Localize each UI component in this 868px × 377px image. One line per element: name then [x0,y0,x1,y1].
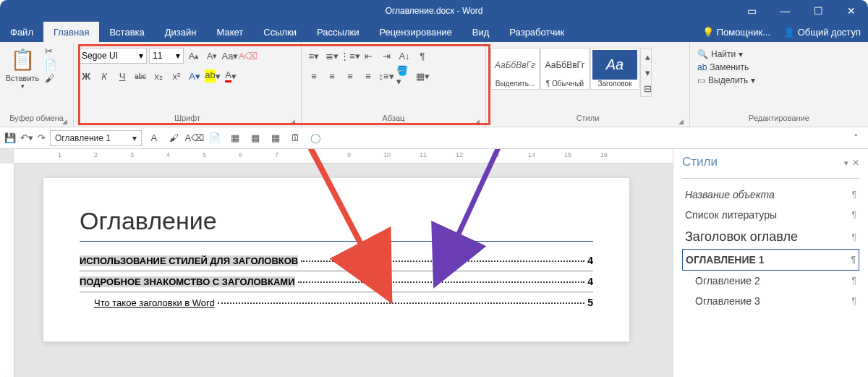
paste-button[interactable]: 📋 Вставить ▾ [4,45,41,90]
bold-button[interactable]: Ж [78,68,94,84]
shading-button[interactable]: 🪣▾ [396,68,412,84]
document-page[interactable]: Оглавление ИСПОЛЬЗОВАНИЕ СТИЛЕЙ ДЛЯ ЗАГО… [43,178,629,342]
format-painter-button[interactable]: 🖌 [42,72,59,85]
tab-review[interactable]: Рецензирование [369,22,461,42]
styles-down-icon[interactable]: ▾ [641,64,654,80]
page-title: Оглавление [80,207,593,242]
style-combo[interactable]: Оглавление 1▾ [50,130,142,146]
clipboard-launcher[interactable]: ◢ [62,118,67,125]
qat-btn[interactable]: ▦ [227,130,243,146]
cut-button[interactable]: ✂ [42,45,59,57]
workspace: 12345678910111213141516 Оглавление ИСПОЛ… [0,149,868,377]
sort-button[interactable]: A↓ [396,48,412,64]
highlight-button[interactable]: ab▾ [205,68,221,84]
collapse-ribbon-icon[interactable]: ˄ [848,130,864,146]
copy-button[interactable]: 📄 [42,59,59,71]
font-name-combo[interactable]: Segoe UI▾ [78,48,147,64]
tab-references[interactable]: Ссылки [253,22,307,42]
clear-format-button[interactable]: A⌫ [240,48,256,64]
change-case-button[interactable]: Aa▾ [222,48,238,64]
grow-font-button[interactable]: A▴ [186,48,202,64]
styles-launcher[interactable]: ◢ [678,118,684,125]
line-spacing-button[interactable]: ↕≡▾ [378,68,394,84]
subscript-button[interactable]: x₂ [150,68,166,84]
tab-home[interactable]: Главная [43,22,99,42]
style-item[interactable]: АаБбВвГг¶ Обычный [540,48,590,90]
share-button[interactable]: 👤 Общий доступ [783,27,861,38]
qat-btn[interactable]: A [146,130,162,146]
font-color-button[interactable]: A▾ [223,68,239,84]
style-row[interactable]: ОГЛАВЛЕНИЕ 1¶ [682,249,859,271]
styles-more-icon[interactable]: ⊟ [641,80,654,96]
tab-view[interactable]: Вид [462,22,500,42]
find-button[interactable]: 🔍 Найти ▾ [694,48,758,61]
undo-button[interactable]: ↶▾ [20,132,33,143]
font-launcher[interactable]: ◢ [290,118,295,125]
styles-up-icon[interactable]: ▴ [641,48,654,64]
align-left-button[interactable]: ≡ [306,68,322,84]
document-area[interactable]: 12345678910111213141516 Оглавление ИСПОЛ… [0,149,673,377]
qat-btn[interactable]: 🗓 [288,130,304,146]
editing-group-label: Редактирование [694,114,864,127]
bullets-button[interactable]: ≡▾ [306,48,322,64]
style-item[interactable]: АаЗаголовок [590,48,639,90]
tab-developer[interactable]: Разработчик [499,22,574,42]
shrink-font-button[interactable]: A▾ [204,48,220,64]
paragraph-launcher[interactable]: ◢ [475,118,480,125]
select-button[interactable]: ▭ Выделить ▾ [694,74,758,87]
style-row[interactable]: Оглавление 2¶ [682,271,859,291]
align-center-button[interactable]: ≡ [324,68,340,84]
clipboard-icon: 📋 [4,45,41,74]
replace-button[interactable]: ab Заменить [694,61,758,74]
style-item[interactable]: АаБбВвГгВыделить... [490,48,540,90]
justify-button[interactable]: ≡ [360,68,376,84]
vertical-ruler[interactable] [0,164,14,377]
borders-button[interactable]: ▦▾ [414,68,430,84]
qat-btn[interactable]: ◯ [308,130,324,146]
align-right-button[interactable]: ≡ [342,68,358,84]
ribbon: 📋 Вставить ▾ ✂ 📄 🖌 Буфер обмена◢ Segoe U… [0,42,868,127]
qat-btn[interactable]: 📄 [207,130,223,146]
tab-mailings[interactable]: Рассылки [307,22,369,42]
superscript-button[interactable]: x² [169,68,184,84]
show-marks-button[interactable]: ¶ [414,48,430,64]
minimize-icon[interactable]: — [768,0,801,22]
text-effects-button[interactable]: A▾ [187,68,203,84]
italic-button[interactable]: К [96,68,112,84]
tab-file[interactable]: Файл [0,22,43,42]
qat-btn[interactable]: ▦ [247,130,263,146]
style-row[interactable]: Оглавление 3¶ [682,291,859,311]
tab-layout[interactable]: Макет [206,22,253,42]
ribbon-options-icon[interactable]: ▭ [735,0,768,22]
qat-btn[interactable]: A⌫ [187,130,203,146]
tab-insert[interactable]: Вставка [99,22,154,42]
horizontal-ruler[interactable]: 12345678910111213141516 [14,149,673,164]
style-row[interactable]: Заголовок оглавле¶ [682,225,859,249]
styles-gallery[interactable]: АаБбВвГгВыделить... АаБбВвГг¶ Обычный Аа… [490,48,652,97]
maximize-icon[interactable]: ☐ [801,0,835,22]
pane-options-icon[interactable]: ▾ [844,158,848,167]
strike-button[interactable]: abc [132,68,148,84]
decrease-indent-button[interactable]: ⇤ [360,48,376,64]
qat-btn[interactable]: 🖌 [166,130,182,146]
pane-close-icon[interactable]: ✕ [852,158,859,168]
toc-entry[interactable]: ПОДРОБНОЕ ЗНАКОМСТВО С ЗАГОЛОВКАМИ4 [80,276,593,287]
quick-access-toolbar: 💾 ↶▾ ↷ Оглавление 1▾ A 🖌 A⌫ 📄 ▦ ▦ ▦ 🗓 ◯ … [0,127,868,149]
redo-button[interactable]: ↷ [38,132,46,143]
increase-indent-button[interactable]: ⇥ [378,48,394,64]
style-row[interactable]: Название объекта¶ [682,185,859,205]
style-row[interactable]: Список литературы¶ [682,205,859,225]
tab-design[interactable]: Дизайн [155,22,207,42]
qat-btn[interactable]: ▦ [268,130,284,146]
tell-me[interactable]: 💡 Помощник... [702,27,770,38]
font-size-combo[interactable]: 11▾ [149,48,184,64]
close-icon[interactable]: ✕ [835,0,868,22]
multilevel-button[interactable]: ⋮≡▾ [342,48,358,64]
save-button[interactable]: 💾 [4,132,16,143]
toc-entry[interactable]: Что такое заголовки в Word5 [80,297,593,308]
window-title: Оглавление.docx - Word [386,6,483,16]
toc-entry[interactable]: ИСПОЛЬЗОВАНИЕ СТИЛЕЙ ДЛЯ ЗАГОЛОВКОВ4 [80,255,593,266]
underline-button[interactable]: Ч [114,68,130,84]
ribbon-tabs: Файл Главная Вставка Дизайн Макет Ссылки… [0,22,868,42]
numbering-button[interactable]: ≣▾ [324,48,340,64]
